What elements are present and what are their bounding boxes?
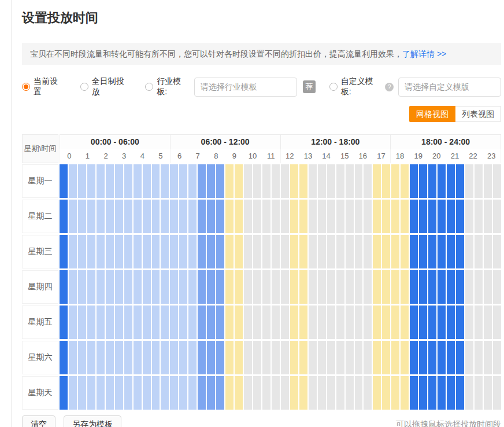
schedule-cell[interactable] [134,341,142,374]
schedule-cell[interactable] [60,376,68,410]
schedule-cell[interactable] [336,341,344,374]
schedule-cell[interactable] [327,305,335,339]
schedule-cell[interactable] [346,305,354,339]
schedule-cell[interactable] [438,341,446,374]
schedule-cell[interactable] [373,164,381,198]
schedule-cell[interactable] [281,270,289,304]
schedule-cell[interactable] [60,164,68,198]
schedule-cell[interactable] [216,341,224,374]
schedule-cell[interactable] [382,200,390,233]
schedule-cell[interactable] [207,200,215,233]
schedule-cell[interactable] [364,164,372,198]
schedule-cell[interactable] [124,164,132,198]
schedule-cell[interactable] [235,164,243,198]
schedule-cell[interactable] [355,164,363,198]
schedule-cell[interactable] [391,341,399,374]
schedule-cell[interactable] [484,341,492,374]
schedule-cell[interactable] [97,200,105,233]
schedule-cell[interactable] [188,341,197,374]
schedule-cell[interactable] [318,200,326,233]
schedule-cell[interactable] [78,376,86,410]
schedule-cell[interactable] [484,376,492,410]
radio-current-setting[interactable]: 当前设置 [22,76,65,97]
schedule-cell[interactable] [69,341,77,374]
schedule-cell[interactable] [152,376,160,410]
schedule-cell[interactable] [262,270,270,304]
schedule-cell[interactable] [87,200,95,233]
schedule-cell[interactable] [179,164,187,198]
schedule-cell[interactable] [152,270,160,304]
schedule-cell[interactable] [364,270,372,304]
schedule-cell[interactable] [225,270,234,304]
schedule-cell[interactable] [346,235,354,268]
schedule-cell[interactable] [465,270,473,304]
schedule-cell[interactable] [143,270,151,304]
schedule-cell[interactable] [161,376,169,410]
schedule-cell[interactable] [272,164,280,198]
schedule-cell[interactable] [465,376,473,410]
schedule-cell[interactable] [281,376,289,410]
schedule-cell[interactable] [456,164,464,198]
schedule-cell[interactable] [336,164,344,198]
schedule-cell[interactable] [170,305,178,339]
schedule-cell[interactable] [309,305,317,339]
schedule-cell[interactable] [484,200,492,233]
schedule-cell[interactable] [373,376,381,410]
schedule-cell[interactable] [272,376,280,410]
schedule-cell[interactable] [373,235,381,268]
schedule-cell[interactable] [456,376,464,410]
schedule-cell[interactable] [419,200,427,233]
schedule-cell[interactable] [253,376,261,410]
schedule-cell[interactable] [355,235,363,268]
schedule-cell[interactable] [97,235,105,268]
schedule-cell[interactable] [318,270,326,304]
schedule-cell[interactable] [475,200,483,233]
schedule-cell[interactable] [327,376,335,410]
schedule-cell[interactable] [299,341,307,374]
radio-industry-template[interactable]: 行业模板: [145,76,191,97]
schedule-cell[interactable] [225,235,234,268]
industry-template-input[interactable] [194,78,297,97]
schedule-cell[interactable] [364,235,372,268]
schedule-cell[interactable] [152,200,160,233]
schedule-cell[interactable] [447,341,455,374]
schedule-cell[interactable] [382,305,390,339]
schedule-cell[interactable] [198,341,206,374]
schedule-cell[interactable] [410,305,418,339]
custom-template-input[interactable] [398,78,501,97]
schedule-cell[interactable] [309,376,317,410]
schedule-cell[interactable] [188,270,197,304]
schedule-cell[interactable] [410,270,418,304]
schedule-cell[interactable] [364,305,372,339]
schedule-cell[interactable] [152,341,160,374]
schedule-cell[interactable] [170,376,178,410]
radio-all-day[interactable]: 全日制投放 [80,76,131,97]
schedule-cell[interactable] [161,305,169,339]
schedule-cell[interactable] [475,235,483,268]
schedule-cell[interactable] [134,200,142,233]
schedule-cell[interactable] [198,200,206,233]
schedule-cell[interactable] [106,341,114,374]
schedule-cell[interactable] [364,376,372,410]
schedule-cell[interactable] [188,305,197,339]
schedule-cell[interactable] [493,200,501,233]
schedule-cell[interactable] [97,270,105,304]
schedule-cell[interactable] [410,235,418,268]
schedule-cell[interactable] [87,305,95,339]
schedule-cell[interactable] [438,305,446,339]
schedule-cell[interactable] [69,376,77,410]
schedule-cell[interactable] [493,341,501,374]
schedule-cell[interactable] [253,305,261,339]
schedule-cell[interactable] [60,341,68,374]
schedule-cell[interactable] [355,305,363,339]
schedule-cell[interactable] [290,376,298,410]
schedule-cell[interactable] [299,164,307,198]
schedule-cell[interactable] [447,270,455,304]
schedule-cell[interactable] [419,341,427,374]
schedule-cell[interactable] [87,341,95,374]
schedule-cell[interactable] [170,235,178,268]
schedule-cell[interactable] [475,376,483,410]
schedule-cell[interactable] [318,376,326,410]
schedule-cell[interactable] [336,200,344,233]
schedule-cell[interactable] [235,200,243,233]
